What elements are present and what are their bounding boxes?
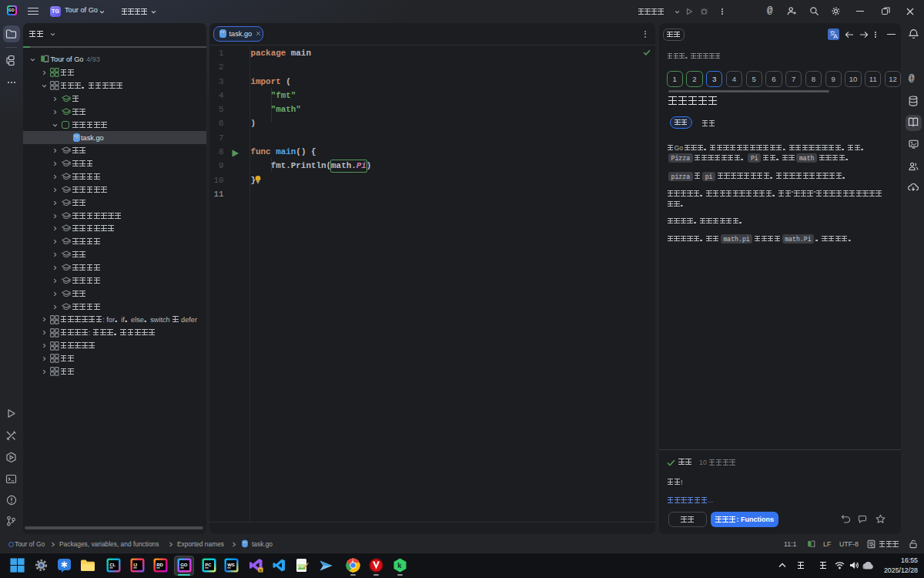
- svg-text:WS: WS: [227, 563, 235, 567]
- svg-text:RD: RD: [156, 563, 163, 567]
- svg-text:IJ: IJ: [133, 563, 137, 567]
- svg-text:k: k: [397, 561, 402, 570]
- svg-text:CL: CL: [109, 563, 116, 567]
- svg-text:GO: GO: [180, 563, 188, 567]
- svg-text:PC: PC: [205, 563, 212, 567]
